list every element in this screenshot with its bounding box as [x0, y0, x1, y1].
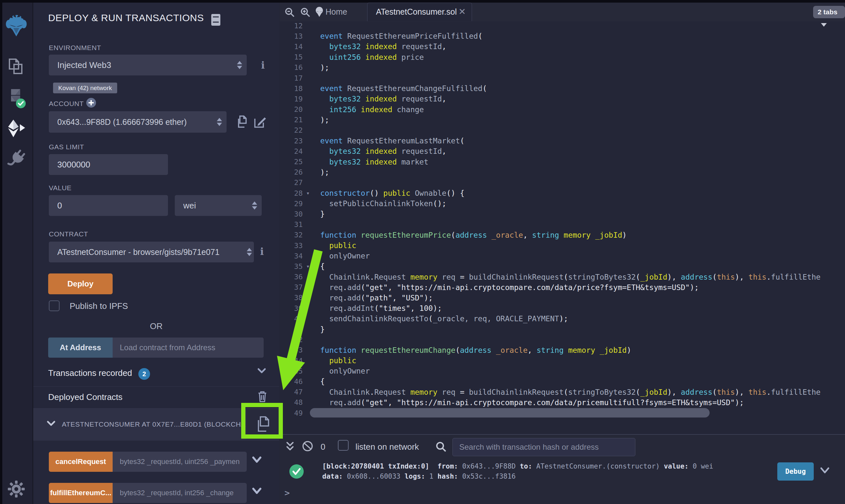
code-line[interactable]: 18 event RequestEthereumChangeFulfilled(	[280, 83, 845, 94]
code-line[interactable]: 46 {	[280, 376, 845, 386]
code-line[interactable]: 48 req.add("get", "https://min-api.crypt…	[280, 397, 845, 408]
zoom-out-icon[interactable]	[284, 7, 295, 19]
code-line[interactable]: 42	[280, 335, 845, 345]
code-line[interactable]: 27	[280, 178, 845, 188]
at-address-input[interactable]	[113, 338, 264, 358]
code-text: req.addInt("times", 100);	[311, 304, 442, 312]
debug-button[interactable]: Debug	[777, 462, 814, 481]
code-editor: Home ATestnetConsumer.sol ✕ 2 tabs 1213 …	[280, 3, 845, 434]
plugin-manager-icon[interactable]	[6, 149, 26, 171]
code-line[interactable]: 39 req.addInt("times", 100);	[280, 303, 845, 313]
clear-console-icon[interactable]	[301, 440, 314, 454]
code-line[interactable]: 44 public	[280, 355, 845, 366]
code-line[interactable]: 26 );	[280, 167, 845, 178]
code-line[interactable]: 41 }	[280, 324, 845, 334]
file-explorer-icon[interactable]	[7, 57, 26, 77]
log-expand-chevron-icon[interactable]	[820, 467, 830, 476]
add-account-icon[interactable]	[86, 97, 96, 109]
deployed-expand-chevron-icon[interactable]	[47, 420, 55, 428]
deploy-button[interactable]: Deploy	[48, 273, 113, 294]
code-line[interactable]: 20 int256 indexed change	[280, 104, 845, 115]
value-unit-select[interactable]: wei	[175, 195, 262, 216]
copy-account-icon[interactable]	[237, 115, 248, 130]
code-line[interactable]: 24 bytes32 indexed requestId,	[280, 146, 845, 157]
code-line[interactable]: 21 );	[280, 115, 845, 125]
code-line[interactable]: 22	[280, 125, 845, 136]
transactions-chevron-icon[interactable]	[257, 367, 266, 375]
code-line[interactable]: 32 function requestEthereumPrice(address…	[280, 230, 845, 240]
docs-book-icon[interactable]	[211, 14, 221, 27]
remix-logo-icon[interactable]	[5, 14, 27, 39]
terminal-prompt[interactable]: >	[284, 488, 290, 498]
cancel-request-params-input[interactable]	[113, 452, 247, 472]
publish-ipfs-checkbox[interactable]	[49, 301, 59, 311]
code-line[interactable]: 30 }	[280, 209, 845, 219]
code-line[interactable]: 33 public	[280, 240, 845, 251]
zoom-in-icon[interactable]	[300, 7, 311, 19]
fold-marker-icon[interactable]: ▾	[303, 264, 311, 269]
code-line[interactable]: 28▾ constructor() public Ownable() {	[280, 188, 845, 198]
environment-info-icon[interactable]: i	[261, 59, 265, 71]
account-select[interactable]: 0x643...9F88D (1.666673996 ether)	[49, 111, 227, 133]
trash-icon[interactable]	[257, 390, 268, 404]
code-text: int256 indexed change	[311, 105, 424, 114]
code-line[interactable]: 17	[280, 73, 845, 83]
code-text: bytes32 indexed market	[311, 158, 428, 166]
tabs-count-dropdown[interactable]: 2 tabs	[813, 6, 845, 18]
code-line[interactable]: 34 onlyOwner	[280, 251, 845, 261]
code-line[interactable]: 25 bytes32 indexed market	[280, 157, 845, 167]
code-line[interactable]: 36 Chainlink.Request memory req = buildC…	[280, 272, 845, 282]
code-line[interactable]: 43 function requestEthereumChange(addres…	[280, 345, 845, 355]
collapse-terminal-icon[interactable]	[285, 440, 295, 454]
code-line[interactable]: 38 req.add("path", "USD");	[280, 293, 845, 303]
line-number: 12	[280, 22, 303, 30]
code-line[interactable]: 12	[280, 20, 845, 31]
code-text: event RequestEthereumChangeFulfilled(	[311, 84, 487, 93]
code-line[interactable]: 15 uint256 indexed price	[280, 52, 845, 62]
cancel-request-chevron-icon[interactable]	[252, 456, 262, 465]
code-line[interactable]: 19 bytes32 indexed requestId,	[280, 94, 845, 104]
cancel-request-button[interactable]: cancelRequest	[49, 452, 113, 472]
deploy-run-icon[interactable]	[6, 119, 27, 139]
fulfill-ethereum-change-params-input[interactable]	[113, 483, 247, 503]
code-line[interactable]: 16 );	[280, 62, 845, 73]
solidity-compiler-icon[interactable]	[6, 88, 27, 111]
code-line[interactable]: 13 event RequestEthereumPriceFulfilled(	[280, 31, 845, 41]
fulfill-ethereum-change-chevron-icon[interactable]	[252, 487, 262, 496]
fulfill-ethereum-change-button[interactable]: fulfillEthereumC...	[49, 483, 113, 503]
copy-contract-button[interactable]	[246, 409, 280, 439]
tab-home[interactable]: Home	[326, 7, 347, 17]
close-tab-icon[interactable]: ✕	[458, 6, 466, 17]
code-line[interactable]: 35▾ {	[280, 261, 845, 271]
gas-limit-input[interactable]	[49, 154, 168, 175]
contract-select[interactable]: ATestnetConsumer - browser/gists/9b71e07…	[49, 241, 254, 263]
listen-network-checkbox[interactable]	[338, 440, 349, 451]
code-line[interactable]: 45 onlyOwner	[280, 366, 845, 376]
code-area[interactable]: 1213 event RequestEthereumPriceFulfilled…	[280, 20, 845, 434]
transaction-log[interactable]: [block:20780401 txIndex:0] from: 0x643..…	[322, 462, 718, 482]
line-number: 25	[280, 158, 303, 166]
tab-active-file[interactable]: ATestnetConsumer.sol ✕	[367, 3, 472, 21]
code-line[interactable]: 40 sendChainlinkRequestTo(_oracle, req, …	[280, 313, 845, 324]
environment-select[interactable]: Injected Web3	[49, 55, 247, 75]
code-line[interactable]: 14 bytes32 indexed requestId,	[280, 41, 845, 52]
line-number: 17	[280, 74, 303, 82]
edit-account-icon[interactable]	[254, 115, 266, 130]
settings-gear-icon[interactable]	[7, 480, 25, 500]
terminal-search-input[interactable]	[452, 438, 635, 456]
code-line[interactable]: 47 Chainlink.Request memory req = buildC…	[280, 387, 845, 397]
code-line[interactable]: 23 event RequestEthereumLastMarket(	[280, 136, 845, 146]
fold-marker-icon[interactable]: ▾	[303, 191, 311, 196]
editor-tab-bar: Home ATestnetConsumer.sol ✕ 2 tabs	[280, 3, 845, 21]
deployed-contract-row[interactable]: ATESTNETCONSUMER AT 0X7E7...E80D1 (BLOCK…	[33, 408, 279, 440]
line-number: 31	[280, 220, 303, 229]
horizontal-scrollbar[interactable]	[310, 408, 710, 417]
code-line[interactable]: 29 setPublicChainlinkToken();	[280, 198, 845, 209]
value-input[interactable]	[49, 195, 168, 216]
terminal: 0 listen on network [block:20780401 txIn…	[280, 434, 845, 504]
code-line[interactable]: 31	[280, 219, 845, 230]
at-address-button[interactable]: At Address	[48, 338, 113, 358]
home-tab-remix-icon[interactable]	[314, 6, 324, 19]
contract-info-icon[interactable]: i	[260, 246, 264, 257]
code-line[interactable]: 37 req.add("get", "https://min-api.crypt…	[280, 282, 845, 293]
